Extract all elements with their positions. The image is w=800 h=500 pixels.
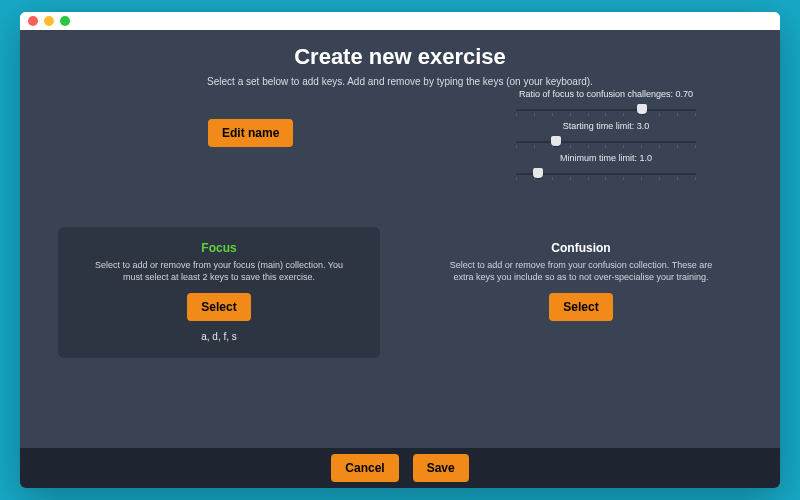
ratio-slider-label: Ratio of focus to confusion challenges: … xyxy=(519,89,693,99)
minimize-icon[interactable] xyxy=(44,16,54,26)
card-row: Focus Select to add or remove from your … xyxy=(20,227,780,358)
content-area: Create new exercise Select a set below t… xyxy=(20,30,780,488)
focus-card: Focus Select to add or remove from your … xyxy=(58,227,380,358)
page-subtitle: Select a set below to add keys. Add and … xyxy=(20,76,780,87)
focus-keys: a, d, f, s xyxy=(201,331,237,342)
min-time-slider-thumb[interactable] xyxy=(533,168,543,178)
start-time-slider-label: Starting time limit: 3.0 xyxy=(563,121,650,131)
ratio-slider-thumb[interactable] xyxy=(637,104,647,114)
focus-title: Focus xyxy=(201,241,236,255)
confusion-card: Confusion Select to add or remove from y… xyxy=(420,227,742,358)
start-time-slider-thumb[interactable] xyxy=(551,136,561,146)
min-time-slider-label: Minimum time limit: 1.0 xyxy=(560,153,652,163)
app-window: Create new exercise Select a set below t… xyxy=(20,12,780,488)
slider-group: Ratio of focus to confusion challenges: … xyxy=(476,89,736,181)
header: Create new exercise Select a set below t… xyxy=(20,30,780,87)
start-time-slider[interactable] xyxy=(516,135,696,149)
titlebar xyxy=(20,12,780,30)
edit-name-button[interactable]: Edit name xyxy=(208,119,293,147)
confusion-title: Confusion xyxy=(551,241,610,255)
close-icon[interactable] xyxy=(28,16,38,26)
confusion-select-button[interactable]: Select xyxy=(549,293,612,321)
save-button[interactable]: Save xyxy=(413,454,469,482)
page-title: Create new exercise xyxy=(20,44,780,70)
min-time-slider[interactable] xyxy=(516,167,696,181)
focus-select-button[interactable]: Select xyxy=(187,293,250,321)
fullscreen-icon[interactable] xyxy=(60,16,70,26)
focus-description: Select to add or remove from your focus … xyxy=(84,259,354,283)
ratio-slider[interactable] xyxy=(516,103,696,117)
cancel-button[interactable]: Cancel xyxy=(331,454,398,482)
footer-bar: Cancel Save xyxy=(20,448,780,488)
confusion-description: Select to add or remove from your confus… xyxy=(446,259,716,283)
top-controls: Edit name Ratio of focus to confusion ch… xyxy=(20,87,780,217)
